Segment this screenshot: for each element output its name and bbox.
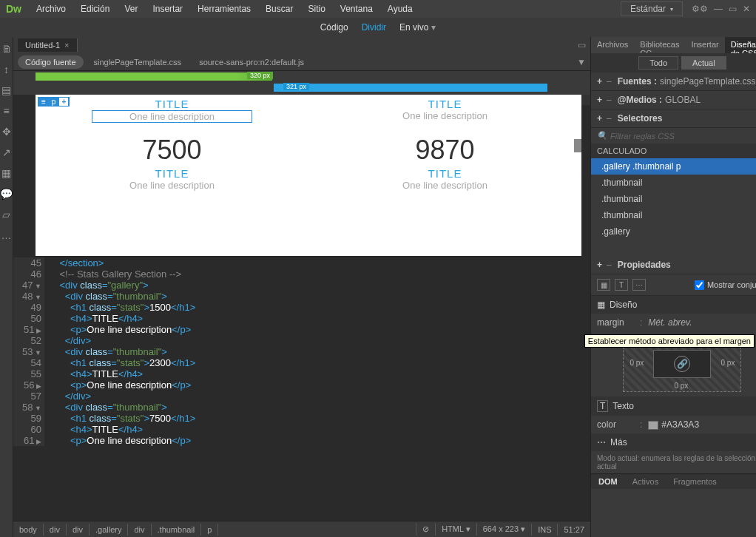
close-icon[interactable]: ✕ xyxy=(743,4,750,14)
menu-ventana[interactable]: Ventana xyxy=(334,2,379,16)
file-icon[interactable]: 🗎 xyxy=(1,43,12,55)
menu-edicion[interactable]: Edición xyxy=(75,2,115,16)
add-property-icon[interactable]: + xyxy=(597,260,602,270)
preview-card[interactable]: 7500TITLEOne line description xyxy=(36,126,308,194)
document-tabs: Untitled-1× ▭ xyxy=(13,37,590,53)
source-code-pill[interactable]: Código fuente xyxy=(18,55,84,69)
text-category-icon[interactable]: T xyxy=(615,279,628,291)
view-code[interactable]: Código xyxy=(320,22,348,33)
css-current-button[interactable]: Actual xyxy=(681,56,726,70)
left-toolbar: 🗎 ↕ ▤ ≡ ✥ ↗ ▦ 💬 ▱ … xyxy=(0,37,13,537)
breadcrumb-item[interactable]: .thumbnail xyxy=(152,524,202,536)
breadcrumb-item[interactable]: body xyxy=(13,524,44,536)
view-live[interactable]: En vivo▾ xyxy=(399,22,436,33)
media-query-bar: 320 px 321 px 05010015020025030035040045… xyxy=(13,71,590,95)
filter-rules-input[interactable]: 🔍 Filtrar reglas CSS xyxy=(591,128,756,143)
code-editor[interactable]: 45 </section>46 <!-- Stats Gallery Secti… xyxy=(13,256,590,521)
panel-tab-bibliotecas[interactable]: Bibliotecas CC xyxy=(634,37,685,53)
more-category-icon[interactable]: ⋯ xyxy=(632,279,646,291)
element-selector-bar[interactable]: ≡ p + xyxy=(38,97,70,107)
mode-note: Modo actual: enumera las reglas de la se… xyxy=(591,451,756,473)
layout-section-icon: ▦ xyxy=(597,300,605,310)
preview-card[interactable]: TITLEOne line description xyxy=(36,95,308,126)
panel-tab-css-designer[interactable]: Diseñador de CSS xyxy=(725,37,756,53)
add-source-icon[interactable]: + xyxy=(597,76,602,87)
manage-icon[interactable]: ↕ xyxy=(4,64,9,75)
breadcrumb-item[interactable]: div xyxy=(44,524,67,536)
breadcrumb-item[interactable]: .gallery xyxy=(90,524,128,536)
media-query-321[interactable] xyxy=(274,84,547,92)
layout-category-icon[interactable]: ▦ xyxy=(597,279,610,291)
pipette-icon[interactable]: ↗ xyxy=(2,146,11,158)
media-query-320[interactable] xyxy=(36,72,272,81)
expand-icon[interactable]: ≡ xyxy=(3,105,9,117)
app-logo: Dw xyxy=(6,3,21,15)
preview-icon[interactable]: ▱ xyxy=(2,209,10,220)
workspace-selector[interactable]: Estándar▾ xyxy=(621,1,683,16)
preview-card[interactable]: TITLEOne line description xyxy=(308,95,581,126)
minimize-icon[interactable]: — xyxy=(714,4,723,14)
add-selector-btn-icon[interactable]: + xyxy=(597,113,602,124)
menu-archivo[interactable]: Archivo xyxy=(30,2,72,16)
related-css[interactable]: singlePageTemplate.css xyxy=(87,55,189,69)
show-set-checkbox[interactable]: Mostrar conjunto xyxy=(695,280,756,290)
panel-tab-insertar[interactable]: Insertar xyxy=(685,37,724,53)
bottom-tab-fragmentos[interactable]: Fragmentos xyxy=(666,474,724,489)
menu-insertar[interactable]: Insertar xyxy=(146,2,189,16)
lang-select[interactable]: HTML ▾ xyxy=(435,523,476,536)
hamburger-icon[interactable]: ≡ xyxy=(39,98,48,106)
target-icon[interactable]: ✥ xyxy=(2,126,11,138)
insert-mode[interactable]: INS xyxy=(531,524,557,536)
bottom-tab-dom[interactable]: DOM xyxy=(591,474,625,489)
computed-header: CALCULADO xyxy=(591,143,756,158)
selector-item[interactable]: .thumbnail xyxy=(591,175,756,191)
panel-tab-archivos[interactable]: Archivos xyxy=(591,37,634,53)
right-panel: Archivos Bibliotecas CC Insertar Diseñad… xyxy=(590,37,756,537)
more-icon[interactable]: … xyxy=(1,229,12,241)
menu-buscar[interactable]: Buscar xyxy=(260,2,299,16)
preview-card[interactable]: 9870TITLEOne line description xyxy=(308,126,581,194)
selector-item[interactable]: .gallery .thumbnail p xyxy=(591,158,756,175)
viewport-size[interactable]: 664 x 223 ▾ xyxy=(476,523,531,536)
selector-item[interactable]: .thumbnail xyxy=(591,191,756,207)
link-icon[interactable]: 🔗 xyxy=(674,356,690,372)
selector-item[interactable]: .thumbnail xyxy=(591,207,756,223)
selector-item[interactable]: .gallery xyxy=(591,223,756,240)
doc-tab[interactable]: Untitled-1× xyxy=(18,38,78,52)
text-section-icon: T xyxy=(597,400,608,412)
cursor-position: 51:27 xyxy=(557,524,590,536)
color-swatch[interactable]: #A3A3A3 xyxy=(648,419,699,430)
errors-icon[interactable]: ⊘ xyxy=(416,523,435,536)
css-all-button[interactable]: Todo xyxy=(638,56,678,70)
menu-ayuda[interactable]: Ayuda xyxy=(382,2,419,16)
breadcrumb-item[interactable]: div xyxy=(67,524,90,536)
margin-tooltip: Establecer método abreviado para el marg… xyxy=(584,334,755,348)
maximize-icon[interactable]: ▭ xyxy=(729,4,737,14)
status-bar: bodydivdiv.gallerydiv.thumbnailp ⊘ HTML … xyxy=(13,521,590,537)
related-js[interactable]: source-sans-pro:n2:default.js xyxy=(192,55,311,69)
comment-icon[interactable]: 💬 xyxy=(0,188,13,200)
add-media-icon[interactable]: + xyxy=(597,95,602,105)
view-toolbar: Código Dividir En vivo▾ xyxy=(0,18,756,37)
add-selector-icon[interactable]: + xyxy=(59,98,68,106)
tab-close-icon[interactable]: × xyxy=(64,41,69,50)
bottom-tab-activos[interactable]: Activos xyxy=(625,474,666,489)
live-preview[interactable]: ≡ p + TITLEOne line descriptionTITLEOne … xyxy=(36,95,581,256)
breadcrumb-item[interactable]: div xyxy=(128,524,151,536)
related-files-bar: Código fuente singlePageTemplate.css sou… xyxy=(13,53,590,71)
extract-icon[interactable]: ▤ xyxy=(1,84,11,96)
sync-icon[interactable]: ⚙⚙ xyxy=(692,4,708,14)
more-section-icon: ⋯ xyxy=(597,437,606,448)
menubar: Dw Archivo Edición Ver Insertar Herramie… xyxy=(0,0,756,18)
scrollbar-thumb[interactable] xyxy=(574,139,581,152)
margin-shorthand[interactable]: Mét. abrev. xyxy=(648,317,692,328)
filter-icon[interactable]: ▼ xyxy=(577,57,586,67)
view-split[interactable]: Dividir xyxy=(362,22,386,33)
breadcrumb-item[interactable]: p xyxy=(201,524,218,536)
menu-sitio[interactable]: Sitio xyxy=(302,2,331,16)
dock-icon[interactable]: ▭ xyxy=(578,40,586,50)
menu-herramientas[interactable]: Herramientas xyxy=(192,2,257,16)
image-icon[interactable]: ▦ xyxy=(1,167,11,179)
menu-ver[interactable]: Ver xyxy=(118,2,144,16)
search-icon: 🔍 xyxy=(597,131,607,141)
